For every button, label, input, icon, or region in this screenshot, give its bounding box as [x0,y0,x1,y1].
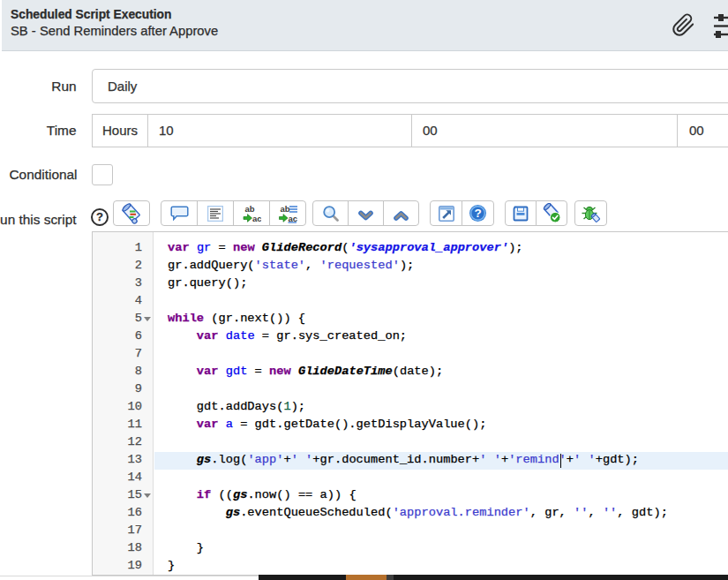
svg-text:?: ? [474,207,481,220]
svg-text:ac: ac [252,213,261,222]
svg-text:ac: ac [288,213,297,222]
svg-text:ab: ab [245,204,255,214]
svg-text:ab: ab [280,204,289,214]
